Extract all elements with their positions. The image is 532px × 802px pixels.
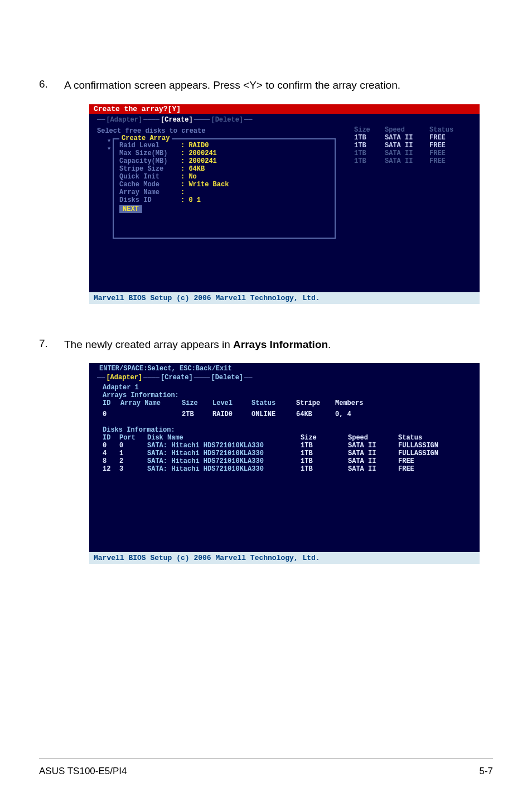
col-speed: Speed (385, 126, 429, 134)
tab-delete: [Delete] (211, 374, 243, 381)
col-size: Size (354, 126, 385, 134)
step7-prefix: The newly created array appears in (64, 339, 233, 350)
panel-row: Quick Init: No (119, 173, 329, 181)
bios2-body: ── [Adapter] ──── [Create] ──── [Delete]… (89, 373, 480, 552)
next-button[interactable]: NEXT (119, 205, 142, 213)
panel-row: Raid Level: RAID0 (119, 142, 329, 149)
panel-row-value: : RAID0 (181, 142, 209, 149)
array-row: 0 2TB RAID0 ONLINE 64KB 0, 4 (89, 410, 480, 418)
step7-suffix: . (328, 339, 331, 350)
panel-row-value: : Write Back (181, 181, 229, 189)
disks-info-label: Disks Information: (89, 426, 480, 434)
tab-create: [Create] (161, 374, 193, 381)
disk-status-table: Size Speed Status 1TBSATA IIFREE1TBSATA … (354, 126, 466, 165)
tab-create: [Create] (161, 116, 193, 124)
arrays-info-label: Arrays Information: (89, 392, 480, 399)
panel-row: Stripe Size: 64KB (119, 165, 329, 173)
footer-pagenum: 5-7 (479, 766, 493, 777)
panel-title: Create Array (119, 134, 172, 142)
step7-bold: Arrays Information (233, 339, 328, 350)
panel-row-value: : No (181, 173, 197, 181)
disk-row: 1TBSATA IIFREE (354, 142, 466, 149)
adapter-label: Adapter 1 (89, 384, 480, 392)
panel-row-label: Array Name (119, 189, 181, 196)
disk-row: 1TBSATA IIFREE (354, 157, 466, 165)
panel-row: Capacity(MB): 2000241 (119, 157, 329, 165)
panel-row-label: Max Size(MB) (119, 149, 181, 157)
panel-row-value: : 64KB (181, 165, 205, 173)
bios-footer: Marvell BIOS Setup (c) 2006 Marvell Tech… (89, 552, 480, 564)
col-status: Status (429, 126, 466, 134)
panel-row: Max Size(MB): 2000241 (119, 149, 329, 157)
step-number: 6. (39, 78, 64, 93)
step-text: A confirmation screen appears. Press <Y>… (64, 78, 400, 93)
selection-asterisks: ** (107, 138, 111, 154)
disk-row: 82SATA: Hitachi HDS721010KLA3301TBSATA I… (89, 457, 480, 465)
panel-row-value: : 2000241 (181, 157, 217, 165)
disk-row: 41SATA: Hitachi HDS721010KLA3301TBSATA I… (89, 450, 480, 457)
panel-row-label: Stripe Size (119, 165, 181, 173)
panel-row-value: : 0 1 (181, 196, 201, 204)
disk-row: 1TBSATA IIFREE (354, 134, 466, 142)
bios-screenshot-1: Create the array?[Y] ── [Adapter] ──── [… (89, 104, 480, 304)
bios-titlebar: Create the array?[Y] (89, 104, 480, 114)
bios-tabs: ── [Adapter] ──── [Create] ──── [Delete]… (89, 116, 480, 125)
arrays-headers: ID Array Name Size Level Status Stripe M… (89, 399, 480, 407)
disks-headers: ID Port Disk Name Size Speed Status (89, 434, 480, 442)
step-number: 7. (39, 337, 64, 352)
disk-row: 00SATA: Hitachi HDS721010KLA3301TBSATA I… (89, 442, 480, 450)
panel-row-label: Quick Init (119, 173, 181, 181)
panel-row: Array Name: (119, 189, 329, 196)
panel-row-label: Capacity(MB) (119, 157, 181, 165)
panel-row-label: Disks ID (119, 196, 181, 204)
bios-screenshot-2: ENTER/SPACE:Select, ESC:Back/Exit ── [Ad… (89, 363, 480, 564)
footer-model: ASUS TS100-E5/PI4 (39, 766, 127, 777)
disk-row: 123SATA: Hitachi HDS721010KLA3301TBSATA … (89, 465, 480, 473)
page-footer: ASUS TS100-E5/PI4 5-7 (39, 758, 493, 777)
bios-footer: Marvell BIOS Setup (c) 2006 Marvell Tech… (89, 292, 480, 304)
bios2-pretitle: ENTER/SPACE:Select, ESC:Back/Exit (89, 363, 480, 373)
bios-body: ── [Adapter] ──── [Create] ──── [Delete]… (89, 114, 480, 292)
bios2-tabs: ── [Adapter] ──── [Create] ──── [Delete]… (89, 374, 480, 384)
tab-adapter: [Adapter] (106, 374, 142, 381)
panel-row-label: Raid Level (119, 142, 181, 149)
panel-row: Cache Mode: Write Back (119, 181, 329, 189)
tab-delete: [Delete] (211, 116, 243, 124)
panel-row-value: : (181, 189, 185, 196)
disk-row: 1TBSATA IIFREE (354, 149, 466, 157)
panel-row: Disks ID: 0 1 (119, 196, 329, 204)
panel-row-label: Cache Mode (119, 181, 181, 189)
step-6: 6. A confirmation screen appears. Press … (39, 78, 493, 93)
panel-row-value: : 2000241 (181, 149, 217, 157)
step-7: 7. The newly created array appears in Ar… (39, 337, 493, 352)
create-array-panel: Create Array Raid Level: RAID0Max Size(M… (113, 138, 336, 239)
tab-adapter: [Adapter] (106, 116, 142, 124)
step-text: The newly created array appears in Array… (64, 337, 331, 352)
